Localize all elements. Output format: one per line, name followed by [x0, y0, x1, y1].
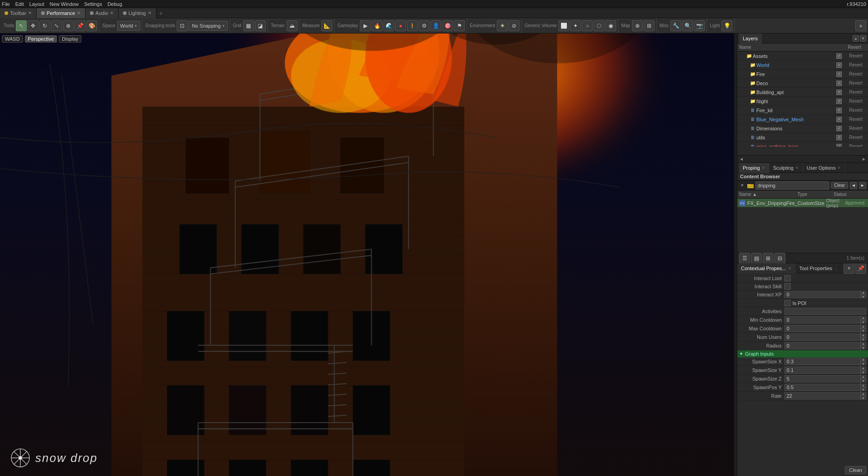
layer-revert-btn[interactable]: Revert [844, 53, 867, 58]
grid-view-btn1[interactable]: ⊞ [763, 253, 774, 264]
misc-btn3[interactable]: 📷 [694, 20, 705, 31]
map-nodes-btn[interactable]: ⊞ [644, 20, 655, 31]
layer-item-firekit[interactable]: 🗎 Fire_kit Revert [737, 106, 868, 115]
scale-tool-btn[interactable]: ⤡ [51, 20, 62, 31]
spin-up-btn[interactable]: ▲ [861, 392, 866, 396]
spin-up-btn[interactable]: ▲ [861, 333, 866, 338]
layer-item-world[interactable]: 📁 World Revert [737, 61, 868, 70]
layer-item-fire[interactable]: 📁 Fire Revert [737, 70, 868, 79]
contextual-props-tab[interactable]: Contextual Propes... ✕ [737, 263, 796, 273]
viewport[interactable]: WASD Perspective Display snow drop [0, 33, 734, 476]
search-input-wrapper[interactable] [755, 181, 829, 190]
pin-tool-btn[interactable]: 📌 [75, 20, 85, 31]
layers-scroll-down[interactable]: ▼ [860, 35, 866, 42]
layer-checkbox[interactable] [836, 53, 842, 59]
toolbar-more-btn[interactable]: » [855, 20, 866, 31]
close-icon[interactable]: ✕ [795, 166, 799, 170]
menu-edit[interactable]: Edit [15, 1, 24, 7]
flag-btn[interactable]: ⚑ [454, 20, 465, 31]
spin-down-btn[interactable]: ▼ [861, 379, 866, 383]
layer-revert-btn[interactable]: Revert [844, 144, 867, 147]
gear-btn[interactable]: ⚙ [419, 20, 429, 31]
measure-btn[interactable]: 📐 [321, 20, 332, 31]
snapping-dropdown[interactable]: No Snapping [189, 21, 228, 31]
light-btn1[interactable]: 💡 [722, 20, 732, 31]
layer-checkbox[interactable] [836, 99, 842, 104]
layers-scroll-up[interactable]: ▲ [853, 35, 859, 42]
tool-props-tab[interactable]: Tool Properties [796, 263, 836, 273]
interact-xp-spinbox[interactable]: ▲ ▼ [784, 291, 866, 298]
eyedrop-btn[interactable]: 🎨 [86, 20, 97, 31]
rate-spinbox[interactable]: ▲ ▼ [784, 392, 866, 400]
spin-up-btn[interactable]: ▲ [861, 290, 866, 295]
spin-down-btn[interactable]: ▼ [861, 295, 866, 299]
close-icon[interactable]: ✕ [762, 166, 765, 170]
map-zoom-btn[interactable]: ⊕ [632, 20, 643, 31]
min-cooldown-input[interactable] [785, 317, 860, 323]
grid2-btn[interactable]: ◪ [255, 20, 266, 31]
transform-tool-btn[interactable]: ⊕ [63, 20, 74, 31]
layer-checkbox[interactable] [836, 117, 842, 122]
spin-up-btn[interactable]: ▲ [861, 316, 866, 320]
radius-spinbox[interactable]: ▲ ▼ [784, 342, 866, 349]
tab-lighting[interactable]: Lighting ✕ [118, 8, 156, 18]
layer-checkbox[interactable] [836, 135, 842, 140]
sun-btn[interactable]: ☀ [497, 20, 508, 31]
spin-up-btn[interactable]: ▲ [861, 366, 866, 371]
layer-checkbox[interactable] [836, 62, 842, 68]
interact-skill-checkbox[interactable] [784, 283, 791, 290]
layer-revert-btn[interactable]: Revert [844, 108, 867, 113]
layer-checkbox[interactable] [836, 108, 842, 113]
cylinder-btn[interactable]: ⬡ [594, 20, 604, 31]
max-cooldown-input[interactable] [785, 326, 860, 331]
close-icon[interactable]: ✕ [788, 266, 792, 271]
spin-down-btn[interactable]: ▼ [861, 320, 866, 324]
spin-down-btn[interactable]: ▼ [861, 371, 866, 375]
layer-item-night[interactable]: 📁 Night Revert [737, 97, 868, 106]
col-type[interactable]: Type [796, 192, 832, 197]
layer-checkbox[interactable] [836, 71, 842, 77]
layer-revert-btn[interactable]: Revert [844, 117, 867, 122]
expand-right-icon[interactable]: ► [862, 157, 866, 162]
menu-file[interactable]: File [2, 1, 10, 7]
layer-checkbox[interactable] [836, 144, 842, 147]
spin-down-btn[interactable]: ▼ [861, 396, 866, 400]
search-nav-left[interactable]: ◄ [850, 182, 857, 189]
num-users-input[interactable] [785, 334, 860, 340]
display-btn[interactable]: Display [59, 35, 81, 43]
sculpting-tab[interactable]: Sculpting ✕ [769, 163, 803, 173]
spin-down-btn[interactable]: ▼ [861, 346, 866, 350]
layer-item-bluemesh[interactable]: 🗎 Blue_Negative_Mesh Revert [737, 115, 868, 124]
fire-btn[interactable]: 🔥 [372, 20, 382, 31]
layer-revert-btn[interactable]: Revert [844, 81, 867, 86]
proping-tab[interactable]: Proping ✕ [739, 163, 769, 173]
collapse-left-icon[interactable]: ◄ [739, 157, 744, 162]
num-users-spinbox[interactable]: ▲ ▼ [784, 333, 866, 341]
add-tab-btn[interactable]: + [156, 10, 165, 17]
layer-revert-btn[interactable]: Revert [844, 99, 867, 104]
record-btn[interactable]: ● [395, 20, 406, 31]
sphere-btn[interactable]: ○ [582, 20, 593, 31]
layer-revert-btn[interactable]: Revert [844, 71, 867, 76]
layer-checkbox[interactable] [836, 126, 842, 131]
list-view-btn2[interactable]: ▤ [751, 253, 762, 264]
wasd-btn[interactable]: WASD [2, 35, 23, 43]
layer-item-building[interactable]: 📁 Building_apt Revert [737, 88, 868, 97]
cube-btn[interactable]: ⬜ [558, 20, 569, 31]
user-options-tab[interactable]: User Options ✕ [803, 163, 845, 173]
spin-down-btn[interactable]: ▼ [861, 362, 866, 366]
layer-revert-btn[interactable]: Revert [844, 62, 867, 67]
close-icon[interactable]: ✕ [148, 10, 151, 15]
menu-debug[interactable]: Debug [108, 1, 122, 7]
star-btn[interactable]: ✦ [570, 20, 581, 31]
play-btn[interactable]: ▶ [360, 20, 371, 31]
layer-item-assets[interactable]: 📁 Assets Revert [737, 52, 868, 61]
spin-up-btn[interactable]: ▲ [861, 383, 866, 388]
close-icon[interactable]: ✕ [28, 10, 32, 15]
grid-btn[interactable]: ▦ [243, 20, 254, 31]
spin-down-btn[interactable]: ▼ [861, 338, 866, 342]
close-icon[interactable]: ✕ [110, 10, 113, 15]
menu-settings[interactable]: Settings [84, 1, 102, 7]
interact-loot-checkbox[interactable] [784, 275, 791, 281]
max-cooldown-spinbox[interactable]: ▲ ▼ [784, 325, 866, 332]
